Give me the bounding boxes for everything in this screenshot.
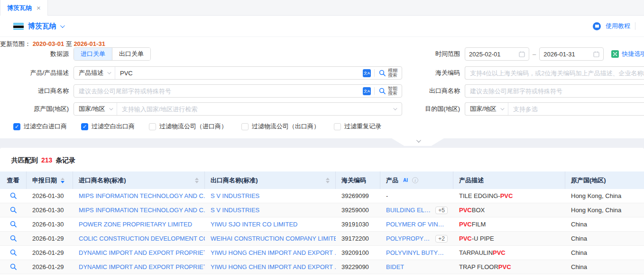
- column-origin: 原产国(地区): [565, 171, 641, 189]
- destination-country-input[interactable]: [513, 106, 644, 113]
- close-icon[interactable]: ×: [37, 4, 41, 12]
- origin-country-select[interactable]: 国家/地区: [74, 103, 117, 115]
- tab-export-declarations[interactable]: 出口关单: [112, 48, 150, 60]
- smart-search-button[interactable]: 智能搜索: [378, 86, 402, 96]
- view-record-button[interactable]: [0, 189, 27, 203]
- product-text[interactable]: POLYPROPYLENE...: [386, 235, 432, 242]
- chevron-down-icon: [500, 106, 504, 110]
- more-products-badge[interactable]: +2: [435, 235, 448, 243]
- cell-importer[interactable]: DYNAMIC IMPORT AND EXPORT PROPRIET...: [73, 246, 205, 260]
- filter-checkbox-4[interactable]: 过滤重复记录: [334, 122, 381, 131]
- cell-exporter[interactable]: S V INDUSTRIES: [205, 203, 336, 217]
- tab-botswana[interactable]: 博茨瓦纳 ×: [0, 0, 48, 16]
- cell-description: PVC BOX: [453, 203, 565, 217]
- collapse-filters-handle[interactable]: [392, 138, 444, 146]
- results-count: 213: [40, 156, 54, 164]
- page-title: 博茨瓦纳: [28, 22, 56, 31]
- translate-icon[interactable]: 文A: [363, 87, 371, 95]
- view-record-button[interactable]: [0, 246, 27, 260]
- divider: [374, 69, 375, 77]
- magnifier-icon: [379, 70, 386, 77]
- product-text[interactable]: POLYMER OF VINYL C...: [386, 221, 448, 228]
- cell-product: -: [380, 189, 453, 203]
- cell-product[interactable]: POLYPROPYLENE...+2: [380, 232, 453, 245]
- update-join: 至: [66, 40, 72, 47]
- chevron-down-icon[interactable]: [60, 23, 65, 28]
- date-from-input[interactable]: 2025-02-01: [465, 47, 529, 61]
- exporter-input[interactable]: [470, 88, 644, 95]
- cell-importer[interactable]: POWER ZONE PROPRIETARY LIMITED: [73, 217, 205, 231]
- filter-checkbox-1[interactable]: ✓过滤空白出口商: [81, 122, 135, 131]
- chevron-down-icon[interactable]: [393, 106, 397, 110]
- cell-exporter[interactable]: YIWU HONG CHEN IMPORT AND EXPORT ...: [205, 260, 336, 274]
- checkbox-checked-icon[interactable]: ✓: [13, 123, 20, 130]
- exporter-label: 出口商名称: [413, 87, 460, 95]
- sort-control-exporter[interactable]: [326, 178, 330, 183]
- column-importer: 进口商名称(标准): [73, 171, 205, 189]
- quick-options-button[interactable]: 快捷选项: [611, 50, 644, 58]
- cell-hs-code: 39172200: [336, 232, 380, 245]
- view-record-button[interactable]: [0, 217, 27, 231]
- checkbox-checked-icon[interactable]: ✓: [81, 123, 88, 130]
- translate-icon[interactable]: 文A: [363, 69, 371, 77]
- calendar-icon: [593, 51, 599, 57]
- sort-control-date[interactable]: [61, 178, 64, 183]
- column-exporter: 出口商名称(标准): [205, 171, 336, 189]
- more-products-badge[interactable]: +5: [435, 207, 448, 214]
- tutorial-link[interactable]: 使用教程: [606, 22, 630, 30]
- cell-importer[interactable]: COLIC CONSTRUCTION DEVELOPMENT CO ...: [73, 232, 205, 245]
- product-text[interactable]: BIDET: [386, 263, 404, 270]
- product-text[interactable]: BUILDING ELEM...: [386, 207, 432, 214]
- hs-code-group: [465, 66, 644, 80]
- sort-control-importer[interactable]: [195, 178, 199, 183]
- view-record-button[interactable]: [0, 203, 27, 217]
- filter-checkbox-0[interactable]: ✓过滤空白进口商: [13, 122, 67, 131]
- origin-select-value: 国家/地区: [79, 105, 105, 113]
- table-row: 2026-01-29COLIC CONSTRUCTION DEVELOPMENT…: [0, 232, 644, 246]
- cell-date: 2026-01-30: [27, 189, 73, 203]
- cell-date: 2026-01-29: [27, 232, 73, 245]
- checkbox-unchecked-icon[interactable]: [334, 123, 341, 130]
- cell-importer[interactable]: DYNAMIC IMPORT AND EXPORT PROPRIET...: [73, 260, 205, 274]
- info-icon[interactable]: i: [412, 177, 418, 183]
- tab-bar: 博茨瓦纳 ×: [0, 0, 644, 16]
- cell-product[interactable]: POLYMER OF VINYL C...: [380, 217, 453, 231]
- botswana-flag-icon: [13, 23, 24, 30]
- checkbox-unchecked-icon[interactable]: [149, 123, 156, 130]
- column-date: 申报日期: [27, 171, 73, 189]
- checkbox-unchecked-icon[interactable]: [241, 123, 248, 130]
- cell-importer[interactable]: MIPS INFORMATION TECHNOLOGY AND C...: [73, 203, 205, 217]
- cell-origin: Hong Kong, China: [565, 203, 641, 217]
- results-panel: 共匹配到 213 条记录 查看 申报日期 进口商名称(标准) 出口商名称(标准)…: [0, 148, 644, 279]
- cell-exporter[interactable]: YIWU HONG CHEN IMPORT AND EXPORT ...: [205, 246, 336, 260]
- cell-exporter[interactable]: S V INDUSTRIES: [205, 189, 336, 203]
- magnifier-icon: [10, 207, 17, 214]
- cell-importer[interactable]: MIPS INFORMATION TECHNOLOGY AND C...: [73, 189, 205, 203]
- cell-description: TRAP FLOOR PVC: [453, 260, 565, 274]
- filter-checkbox-2[interactable]: 过滤物流公司（进口商）: [149, 122, 227, 131]
- product-input[interactable]: [120, 70, 358, 77]
- fuzzy-search-button[interactable]: 模糊搜索: [378, 68, 402, 78]
- view-record-button[interactable]: [0, 232, 27, 245]
- origin-country-input[interactable]: [122, 106, 388, 113]
- cell-product[interactable]: BIDET: [380, 260, 453, 274]
- table-body: 2026-01-30MIPS INFORMATION TECHNOLOGY AN…: [0, 189, 644, 274]
- cell-exporter[interactable]: YIWU SJO INTER CO LIMITED: [205, 217, 336, 231]
- product-type-select[interactable]: 产品描述: [74, 67, 115, 79]
- date-to-input[interactable]: 2026-01-31: [539, 47, 604, 61]
- cell-origin: China: [565, 246, 641, 260]
- view-record-button[interactable]: [0, 260, 27, 274]
- ai-badge: AI: [401, 177, 410, 183]
- importer-input[interactable]: [79, 88, 358, 95]
- cell-product[interactable]: POLYVINYL BUTYRAL: [380, 246, 453, 260]
- cell-date: 2026-01-29: [27, 246, 73, 260]
- tab-title: 博茨瓦纳: [7, 4, 32, 12]
- datasource-label: 数据源: [7, 50, 69, 58]
- destination-country-select[interactable]: 国家/地区: [465, 103, 508, 115]
- cell-product[interactable]: BUILDING ELEM...+5: [380, 203, 453, 217]
- tab-import-declarations[interactable]: 进口关单: [74, 48, 112, 60]
- hs-code-input[interactable]: [470, 70, 644, 77]
- filter-checkbox-3[interactable]: 过滤物流公司（出口商）: [241, 122, 320, 131]
- product-text[interactable]: POLYVINYL BUTYRAL: [386, 249, 448, 256]
- cell-exporter[interactable]: WEIHAI CONSTRUCTION COMPANY LIMITED: [205, 232, 336, 245]
